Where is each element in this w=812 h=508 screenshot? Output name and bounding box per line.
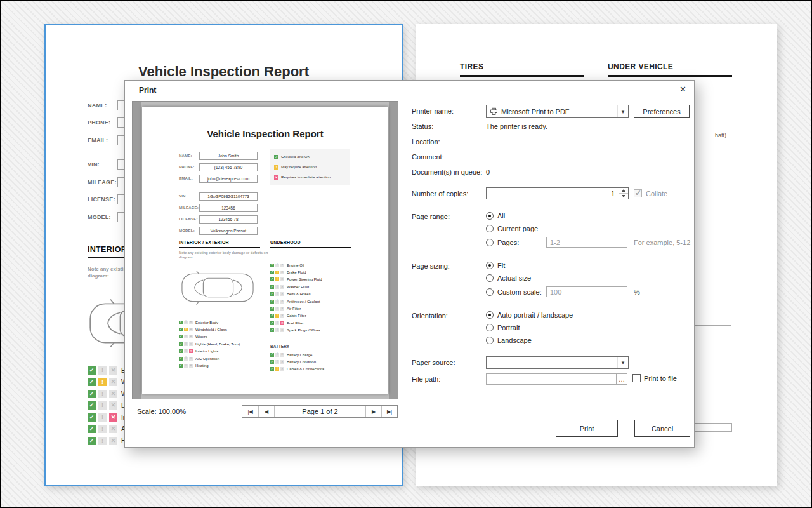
ok-state-box-icon[interactable]: ✓ [88,390,96,398]
radio-icon[interactable] [486,274,494,282]
spin-buttons [619,188,628,199]
legend-label: Requires immediate attention [281,175,331,179]
warn-state-box-icon: ! [184,342,188,346]
preferences-button[interactable]: Preferences [634,105,690,118]
print-to-file-checkbox[interactable] [632,374,641,382]
radio-option-pages[interactable]: Pages: [486,238,519,246]
radio-option-actual-size[interactable]: Actual size [486,274,531,282]
radio-option-portrait[interactable]: Portrait [486,323,520,331]
radio-option-custom-scale[interactable]: Custom scale: [486,288,542,296]
ok-state-box-icon[interactable]: ✓ [88,413,96,422]
percent-unit-label: % [634,288,640,296]
field-label: PHONE: [179,165,199,169]
ok-state-box-icon[interactable]: ✓ [88,378,96,386]
ok-state-box-icon[interactable]: ✓ [88,437,96,445]
radio-option-landscape[interactable]: Landscape [486,336,532,344]
legend-item: ✕Requires immediate attention [274,172,346,182]
heading-divider [270,247,351,248]
bad-legend-icon: ✕ [274,175,278,180]
warn-state-box-icon: ! [275,328,279,332]
bad-state-box-icon: ✕ [280,292,284,296]
warn-state-box-icon: ! [184,357,188,361]
radio-icon[interactable] [486,311,494,319]
dropdown-arrow-icon[interactable]: ▾ [617,105,628,117]
radio-option-fit[interactable]: Fit [486,261,505,269]
previous-page-button[interactable]: ◀ [258,406,274,417]
warn-state-box-icon: ! [275,307,279,311]
spin-down-icon[interactable] [619,193,628,199]
first-page-button[interactable]: |◀ [242,406,258,417]
bad-state-box-icon[interactable]: ✕ [109,401,117,410]
ok-state-box-icon[interactable]: ✓ [88,425,96,433]
checklist-item-label: Heating [195,364,209,368]
collate-label: Collate [646,190,667,197]
bad-state-box-icon: ✕ [189,321,193,324]
queue-label: Document(s) in queue: [412,168,482,176]
field-label: EMAIL: [179,177,199,180]
warn-state-box-icon[interactable]: ! [98,401,107,410]
bad-state-box-icon[interactable]: ✕ [109,378,117,386]
radio-icon[interactable] [486,212,494,220]
warn-state-box-icon: ! [184,328,188,331]
radio-icon[interactable] [486,239,494,246]
checklist-item-label: Cabin Filter [287,314,306,318]
checklist-item: ✓!✕Battery Charge [270,351,324,358]
field-label: MODEL: [88,214,117,220]
spin-up-icon[interactable] [619,188,628,193]
last-page-button[interactable]: ▶| [381,406,397,417]
radio-icon[interactable] [486,225,494,232]
ok-state-box-icon[interactable]: ✓ [88,366,96,375]
warn-state-box-icon[interactable]: ! [98,413,107,422]
dropdown-arrow-icon[interactable]: ▾ [617,357,628,368]
ok-state-box-icon: ✓ [179,335,183,338]
radio-option-all[interactable]: All [486,211,505,220]
checklist-item: ✓!✕Belts & Hoses [270,291,322,298]
printer-select[interactable]: Microsoft Print to PDF ▾ [486,105,629,118]
legend-item: !May require attention [274,162,346,172]
warn-state-box-icon[interactable]: ! [98,366,107,375]
paper-source-select[interactable]: ▾ [486,356,629,369]
bad-state-box-icon[interactable]: ✕ [109,437,117,445]
print-dialog: Print ✕ Vehicle Inspection Report NAME: … [124,80,695,448]
bad-state-box-icon: ✕ [280,367,284,371]
radio-label: Fit [497,262,505,269]
collate-checkbox[interactable] [634,189,642,197]
ok-state-box-icon[interactable]: ✓ [88,401,96,410]
bad-state-box-icon: ✕ [189,335,193,338]
field-value: 1GxGP0932G1104773 [199,192,258,201]
warn-state-box-icon: ! [184,321,188,324]
radio-label: Current page [497,225,538,232]
page-navigator: |◀ ◀ Page 1 of 2 ▶ ▶| [242,405,398,418]
pages-range-input[interactable]: 1-2 [546,237,627,248]
bad-state-box-icon[interactable]: ✕ [109,425,117,433]
browse-button[interactable]: … [617,373,627,385]
warn-state-box-icon[interactable]: ! [98,378,107,386]
radio-icon[interactable] [486,324,494,331]
next-page-button[interactable]: ▶ [365,406,381,417]
printer-icon [490,107,498,116]
custom-scale-input[interactable]: 100 [546,286,627,297]
file-path-input[interactable] [486,373,617,385]
radio-icon[interactable] [486,337,494,344]
checklist-item: ✓!✕Battery Condition [270,358,324,365]
report-title: Vehicle Inspection Report [46,64,402,80]
ok-state-box-icon: ✓ [179,357,183,361]
close-icon[interactable]: ✕ [679,84,686,94]
radio-option-current-page[interactable]: Current page [486,224,538,232]
printer-name-label: Printer name: [412,107,454,115]
radio-icon[interactable] [486,288,494,296]
radio-option-auto-orientation[interactable]: Auto portrait / landscape [486,311,573,319]
warn-state-box-icon[interactable]: ! [98,390,107,398]
paper-source-label: Paper source: [412,359,455,366]
print-button[interactable]: Print [556,420,618,437]
bad-state-box-icon[interactable]: ✕ [109,390,117,398]
radio-icon[interactable] [486,262,494,269]
warn-state-box-icon[interactable]: ! [98,425,107,433]
cancel-button[interactable]: Cancel [634,420,690,437]
copies-input[interactable]: 1 [486,187,629,199]
bad-state-box-icon[interactable]: ✕ [109,366,117,375]
warn-state-box-icon: ! [275,277,279,281]
file-path-label: File path: [412,375,440,383]
warn-state-box-icon[interactable]: ! [98,437,107,445]
bad-state-box-icon[interactable]: ✕ [109,413,117,422]
